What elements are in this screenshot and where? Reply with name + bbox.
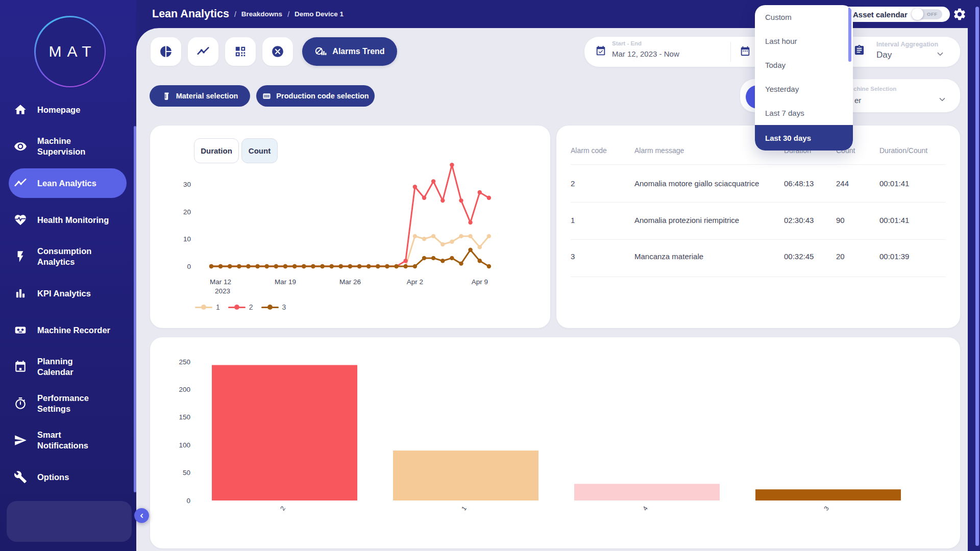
legend-item-series-3[interactable]: 3 (261, 303, 286, 311)
dropdown-item-last-hour[interactable]: Last hour (755, 29, 853, 53)
material-selection-label: Material selection (176, 92, 238, 100)
sidebar-item-label: Health Monitoring (37, 215, 109, 226)
dropdown-item-last-30-days[interactable]: Last 30 days (755, 125, 853, 151)
chevron-down-icon[interactable] (936, 49, 945, 59)
dropdown-item-yesterday[interactable]: Yesterday (755, 77, 853, 101)
breadcrumb: Lean Analytics / Breakdowns / Demo Devic… (152, 0, 344, 28)
interval-aggregation-value[interactable]: Day (876, 50, 892, 60)
gear-icon[interactable] (952, 7, 967, 21)
toggle-knob-icon (912, 8, 923, 20)
sidebar-item-planning-calendar[interactable]: PlanningCalendar (0, 348, 136, 385)
mat-logo: MAT (34, 16, 106, 87)
row-divider (571, 202, 946, 203)
close-view-button[interactable] (262, 37, 293, 66)
sidebar-item-label: MachineSupervision (37, 136, 85, 157)
sidebar-item-health-monitoring[interactable]: Health Monitoring (0, 202, 136, 238)
dropdown-scrollbar[interactable] (848, 7, 851, 62)
sidebar-item-kpi-analytics[interactable]: KPI Analytics (0, 275, 136, 312)
legend-label: 2 (249, 303, 253, 311)
dropdown-item-last-7-days[interactable]: Last 7 days (755, 101, 853, 125)
dropdown-item-today[interactable]: Today (755, 53, 853, 77)
sidebar-item-smart-notifications[interactable]: SmartNotifications (0, 422, 136, 459)
table-cell: 00:01:41 (879, 179, 909, 188)
table-cell: 06:48:13 (784, 179, 814, 188)
sidebar-collapse-button[interactable] (134, 508, 149, 523)
dropdown-item-custom[interactable]: Custom (755, 5, 853, 29)
eye-icon (14, 140, 27, 153)
grid-view-button[interactable] (225, 37, 256, 66)
breadcrumb-item-device[interactable]: Demo Device 1 (295, 10, 344, 18)
row-divider (571, 164, 946, 165)
sidebar-item-label: Homepage (37, 105, 80, 115)
table-cell: Anomalia protezioni riempitrice (634, 216, 739, 224)
send-icon (14, 434, 27, 447)
duration-toggle-button[interactable]: Duration (194, 138, 239, 163)
sidebar-item-homepage[interactable]: Homepage (0, 91, 136, 128)
material-selection-button[interactable]: Material selection (150, 85, 250, 107)
table-header-duration-count: Duration/Count (879, 146, 927, 155)
table-cell: Mancanza materiale (634, 252, 703, 261)
table-cell: 20 (836, 252, 845, 261)
table-cell: 00:01:41 (879, 216, 909, 224)
table-cell: 244 (836, 179, 849, 188)
legend-item-series-1[interactable]: 1 (195, 303, 220, 311)
pie-chart-view-button[interactable] (151, 37, 181, 66)
page-title: Lean Analytics (152, 8, 229, 20)
calendar-range-icon[interactable] (740, 45, 751, 57)
sidebar-item-machine-recorder[interactable]: Machine Recorder (0, 312, 136, 348)
wrench-icon (14, 470, 27, 484)
table-header-alarm-message: Alarm message (634, 146, 684, 155)
table-cell: 02:30:43 (784, 216, 814, 224)
breadcrumb-separator: / (234, 10, 236, 18)
table-cell: 1 (571, 216, 575, 224)
date-range-label: Start - End (612, 40, 642, 46)
date-range-value[interactable]: Mar 12, 2023 - Now (612, 49, 679, 58)
calendar-check-icon[interactable] (595, 45, 606, 57)
sidebar-item-machine-supervision[interactable]: MachineSupervision (0, 128, 136, 165)
sidebar-item-options[interactable]: Options (0, 459, 136, 495)
table-cell: Anomalia motore giallo sciacquatrice (634, 179, 759, 188)
home-icon (14, 103, 27, 116)
device-panel[interactable]: Line Demo Device 1 (7, 501, 132, 542)
asset-calendar-pill: Asset calendar OFF (840, 7, 950, 22)
asset-calendar-toggle[interactable]: OFF (912, 9, 942, 19)
line-chart-legend: 123 (195, 303, 286, 311)
table-cell: 2 (571, 179, 575, 188)
sidebar-item-consumption-analytics[interactable]: ConsumptionAnalytics (0, 238, 136, 275)
sidebar-item-label: ConsumptionAnalytics (37, 246, 91, 267)
alarms-trend-label: Alarms Trend (332, 47, 384, 56)
toggle-state-label: OFF (927, 11, 938, 17)
material-icon (162, 91, 172, 101)
page-scrollbar[interactable] (975, 7, 979, 546)
recorder-icon (14, 323, 27, 337)
table-cell: 00:32:45 (784, 252, 814, 261)
sidebar-item-performance-settings[interactable]: PerformanceSettings (0, 385, 136, 422)
sidebar: MAT HomepageMachineSupervisionLean Analy… (0, 0, 136, 551)
machine-selection-label: chine Selection (853, 86, 896, 92)
sidebar-item-label: PerformanceSettings (37, 393, 89, 414)
sidebar-item-label: Machine Recorder (37, 325, 110, 336)
sidebar-scrollbar[interactable] (134, 126, 136, 492)
asset-calendar-label: Asset calendar (853, 10, 908, 19)
alarm-table-card: Alarm codeAlarm messageDurationCountDura… (556, 126, 960, 328)
chevron-down-icon[interactable] (938, 95, 947, 104)
planning-calendar-icon (14, 360, 27, 373)
count-toggle-button[interactable]: Count (241, 138, 278, 163)
close-circle-icon (271, 45, 284, 58)
sidebar-item-lean-analytics[interactable]: Lean Analytics (0, 165, 136, 202)
legend-line-icon (228, 305, 246, 310)
table-cell: 90 (836, 216, 845, 224)
legend-line-icon (195, 305, 212, 310)
breadcrumb-item-breakdowns[interactable]: Breakdowns (241, 10, 282, 18)
chevron-left-icon (138, 512, 146, 520)
view-buttons (151, 37, 293, 66)
line-chart-view-button[interactable] (188, 37, 218, 66)
legend-item-series-2[interactable]: 2 (228, 303, 253, 311)
alarms-trend-button[interactable]: Alarms Trend (302, 37, 397, 66)
qr-grid-icon (234, 45, 247, 58)
heart-pulse-icon (14, 213, 27, 227)
sidebar-item-label: KPI Analytics (37, 288, 91, 299)
interval-aggregation-label: Interval Aggregation (876, 41, 938, 48)
production-code-selection-button[interactable]: Production code selection (256, 85, 375, 107)
alarm-trend-icon (314, 45, 327, 58)
